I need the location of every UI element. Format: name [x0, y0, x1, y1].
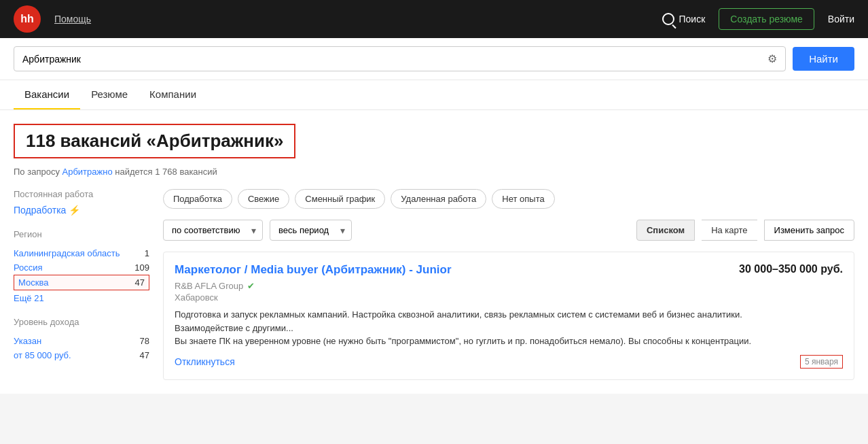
sidebar-parttime-link[interactable]: Подработка ⚡: [14, 205, 80, 216]
job-desc: Подготовка и запуск рекламных кампаний. …: [175, 308, 843, 348]
header-search-button[interactable]: Поиск: [662, 13, 705, 25]
income-name-specified: Указан: [14, 336, 41, 346]
income-count-85k: 47: [140, 350, 149, 360]
tab-companies[interactable]: Компании: [139, 80, 207, 109]
change-query-button[interactable]: Изменить запрос: [764, 220, 854, 241]
sub-query: По запросу Арбитражно найдется 1 768 вак…: [14, 167, 854, 177]
job-desc-line-1: Подготовка и запуск рекламных кампаний. …: [175, 309, 742, 320]
sub-query-link[interactable]: Арбитражно: [62, 167, 113, 177]
job-company: R&B AFLA Group: [175, 281, 243, 291]
job-date: 5 января: [800, 355, 843, 369]
region-count-kaliningrad: 1: [145, 248, 149, 258]
chip-remote[interactable]: Удаленная работа: [391, 189, 486, 209]
job-card: Маркетолог / Media buyer (Арбитражник) -…: [163, 252, 854, 380]
period-select-wrap: весь период: [270, 220, 352, 241]
tabs-section: Вакансии Резюме Компании: [0, 80, 868, 110]
search-bar-section: ⚙ Найти: [0, 38, 868, 80]
tab-vacancies[interactable]: Вакансии: [14, 80, 80, 109]
sidebar-work-type-title: Постоянная работа: [14, 189, 149, 199]
job-title[interactable]: Маркетолог / Media buyer (Арбитражник) -…: [175, 263, 452, 277]
sidebar-region-more[interactable]: Ещё 21: [14, 293, 149, 303]
respond-link[interactable]: Откликнуться: [175, 356, 235, 367]
sub-query-prefix: По запросу: [14, 167, 62, 177]
sidebar-income-item-specified[interactable]: Указан 78: [14, 334, 149, 348]
filter-icon[interactable]: ⚙: [767, 52, 777, 65]
sidebar-region-list: Калининградская область 1 Россия 109 Мос…: [14, 246, 149, 290]
search-input[interactable]: [22, 54, 762, 65]
chip-no-exp[interactable]: Нет опыта: [492, 189, 554, 209]
header: hh Помощь Поиск Создать резюме Войти: [0, 0, 868, 38]
search-label: Поиск: [679, 14, 705, 24]
sort-select-wrap: по соответствию: [163, 220, 263, 241]
tab-resumes[interactable]: Резюме: [80, 80, 139, 109]
help-link[interactable]: Помощь: [54, 14, 91, 24]
page-title: 118 вакансий «Арбитражник»: [26, 131, 283, 152]
view-list-button[interactable]: Списком: [636, 220, 695, 241]
results-area: Подработка Свежие Сменный график Удаленн…: [163, 189, 854, 380]
search-input-wrap: ⚙: [14, 46, 786, 71]
sidebar-income-title: Уровень дохода: [14, 317, 149, 327]
find-button[interactable]: Найти: [793, 47, 854, 71]
sidebar-region-item-kaliningrad[interactable]: Калининградская область 1: [14, 246, 149, 260]
sidebar-income-list: Указан 78 от 85 000 руб. 47: [14, 334, 149, 362]
chip-shift[interactable]: Сменный график: [295, 189, 385, 209]
sidebar-income-section: Уровень дохода Указан 78 от 85 000 руб. …: [14, 317, 149, 362]
job-salary: 30 000–350 000 руб.: [739, 263, 843, 275]
sort-bar: по соответствию весь период Списком На к…: [163, 220, 854, 241]
sidebar-income-item-85k[interactable]: от 85 000 руб. 47: [14, 348, 149, 362]
sort-select[interactable]: по соответствию: [163, 220, 263, 241]
income-name-85k: от 85 000 руб.: [14, 350, 71, 360]
region-count-russia: 109: [134, 262, 149, 273]
sidebar: Постоянная работа Подработка ⚡ Регион Ка…: [14, 189, 149, 380]
verified-icon: ✔: [247, 281, 255, 291]
job-card-top: Маркетолог / Media buyer (Арбитражник) -…: [175, 263, 843, 277]
create-resume-button[interactable]: Создать резюме: [719, 8, 814, 30]
job-desc-line-2: Взаимодействие с другими...: [175, 323, 293, 333]
region-name-moscow: Москва: [18, 277, 48, 288]
view-map-button[interactable]: На карте: [702, 220, 757, 241]
sidebar-region-section: Регион Калининградская область 1 Россия …: [14, 229, 149, 303]
job-desc-line-3: Вы знаете ПК на уверенном уровне (не нуж…: [175, 336, 751, 346]
filter-chips: Подработка Свежие Сменный график Удаленн…: [163, 189, 854, 209]
period-select[interactable]: весь период: [270, 220, 352, 241]
income-count-specified: 78: [140, 336, 149, 346]
page-title-box: 118 вакансий «Арбитражник»: [14, 124, 295, 158]
region-name-russia: Россия: [14, 262, 43, 273]
sub-query-suffix: найдется 1 768 вакансий: [113, 167, 217, 177]
main-content: 118 вакансий «Арбитражник» По запросу Ар…: [0, 110, 868, 394]
sidebar-region-item-moscow[interactable]: Москва 47: [14, 275, 149, 290]
sidebar-region-title: Регион: [14, 229, 149, 239]
chip-fresh[interactable]: Свежие: [238, 189, 289, 209]
chip-parttime[interactable]: Подработка: [163, 189, 232, 209]
job-location: Хабаровск: [175, 292, 843, 303]
login-button[interactable]: Войти: [828, 14, 854, 24]
content-layout: Постоянная работа Подработка ⚡ Регион Ка…: [14, 189, 854, 380]
search-icon: [662, 13, 674, 25]
region-name-kaliningrad: Калининградская область: [14, 248, 120, 258]
region-count-moscow: 47: [135, 277, 145, 288]
hh-logo: hh: [14, 5, 41, 33]
sidebar-work-type-section: Постоянная работа Подработка ⚡: [14, 189, 149, 216]
job-card-bottom: Откликнуться 5 января: [175, 355, 843, 369]
sidebar-region-item-russia[interactable]: Россия 109: [14, 260, 149, 275]
job-company-line: R&B AFLA Group ✔: [175, 281, 843, 291]
